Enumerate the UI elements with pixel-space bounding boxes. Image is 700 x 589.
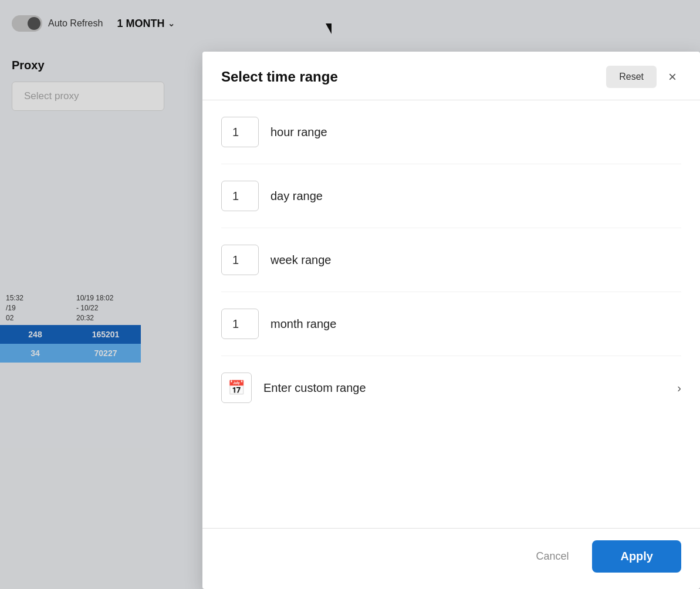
hour-range-input[interactable] — [221, 117, 259, 147]
week-range-row: week range — [221, 228, 681, 292]
month-range-row: month range — [221, 292, 681, 356]
apply-button[interactable]: Apply — [592, 540, 681, 573]
reset-button[interactable]: Reset — [606, 66, 657, 88]
cancel-button[interactable]: Cancel — [524, 543, 580, 570]
modal-body: hour range day range week range month ra… — [202, 100, 700, 528]
hour-range-row: hour range — [221, 100, 681, 164]
day-range-label: day range — [270, 189, 323, 203]
time-range-modal: Select time range Reset × hour range day… — [202, 52, 700, 589]
hour-range-label: hour range — [270, 126, 327, 139]
calendar-icon-glyph: 📅 — [228, 380, 245, 396]
calendar-icon: 📅 — [221, 373, 252, 403]
close-button[interactable]: × — [664, 67, 681, 86]
modal-footer: Cancel Apply — [202, 528, 700, 589]
custom-range-row[interactable]: 📅 Enter custom range › — [221, 356, 681, 419]
day-range-row: day range — [221, 164, 681, 228]
day-range-input[interactable] — [221, 181, 259, 211]
modal-title: Select time range — [221, 69, 338, 85]
week-range-input[interactable] — [221, 245, 259, 275]
custom-range-label: Enter custom range — [263, 381, 665, 395]
chevron-right-icon: › — [677, 381, 681, 395]
month-range-label: month range — [270, 317, 336, 331]
month-range-input[interactable] — [221, 309, 259, 339]
week-range-label: week range — [270, 253, 331, 267]
modal-header-actions: Reset × — [606, 66, 681, 88]
modal-header: Select time range Reset × — [202, 52, 700, 100]
